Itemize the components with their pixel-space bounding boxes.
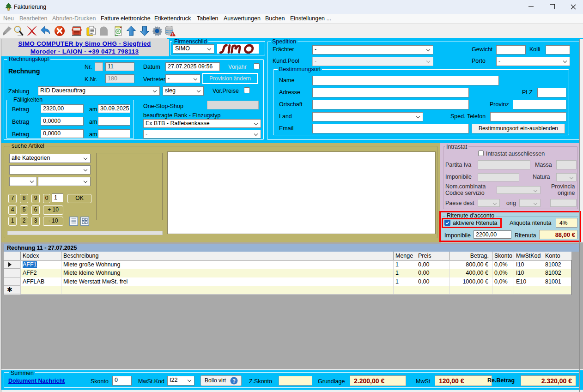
svg-text:?: ?	[232, 378, 236, 384]
svg-text:!: !	[172, 32, 174, 36]
